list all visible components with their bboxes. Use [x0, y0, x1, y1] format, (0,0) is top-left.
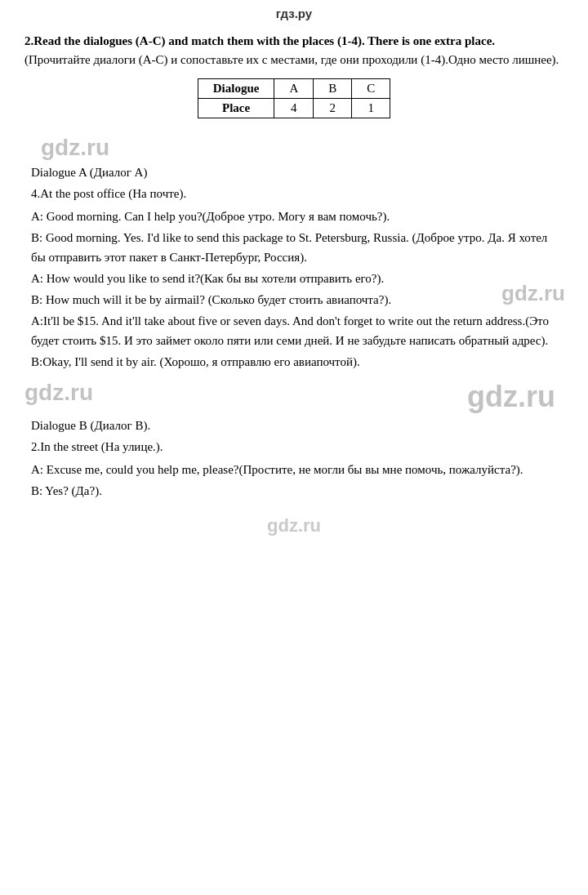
- task-instruction: 2.Read the dialogues (A-C) and match the…: [24, 32, 564, 69]
- dialogue-a-place: 4.At the post office (На почте).: [31, 184, 557, 203]
- table-value-c: 1: [352, 99, 390, 118]
- dialogue-b-line-0: A: Excuse me, could you help me, please?…: [31, 460, 557, 479]
- dialogue-b-title: Dialogue B (Диалог B).: [31, 416, 557, 435]
- answer-table-wrapper: Dialogue A B C Place 4 2 1: [24, 78, 564, 118]
- watermark-row: gdz.ru gdz.ru: [24, 380, 564, 414]
- watermark-mid1: gdz.ru: [24, 131, 564, 163]
- dialogue-b-block: Dialogue B (Диалог B). 2.In the street (…: [24, 416, 564, 501]
- dialogue-a-line-1: B: Good morning. Yes. I'd like to send t…: [31, 228, 557, 267]
- table-value-a: 4: [274, 99, 314, 118]
- dialogue-a-line-3: B: How much will it be by airmail? (Скол…: [31, 290, 557, 309]
- dialogue-b-place: 2.In the street (На улице.).: [31, 437, 557, 456]
- watermark-mid2: gdz.ru: [501, 281, 565, 305]
- dialogue-a-line-0: A: Good morning. Can I help you?(Доброе …: [31, 207, 557, 226]
- table-header-c: C: [352, 79, 390, 99]
- dialogue-a-title: Dialogue A (Диалог A): [31, 163, 557, 182]
- watermark-footer: gdz.ru: [24, 515, 564, 545]
- dialogue-b-line-1: B: Yes? (Да?).: [31, 481, 557, 501]
- table-row-label: Place: [198, 99, 274, 118]
- task-text-ru: (Прочитайте диалоги (А-С) и сопоставьте …: [24, 53, 559, 66]
- task-text-en: Read the dialogues (A-C) and match them …: [33, 34, 495, 47]
- table-header-b: B: [314, 79, 352, 99]
- dialogue-a-line-5: B:Okay, I'll send it by air. (Хорошо, я …: [31, 352, 360, 372]
- dialogue-a-block: Dialogue A (Диалог A) 4.At the post offi…: [24, 163, 564, 373]
- table-header-dialogue: Dialogue: [198, 79, 274, 99]
- table-value-b: 2: [314, 99, 352, 118]
- table-header-a: A: [274, 79, 314, 99]
- task-number: 2.: [24, 34, 33, 47]
- watermark-mid4: gdz.ru: [467, 380, 555, 414]
- watermark-top: гдз.ру: [0, 0, 588, 24]
- answer-table: Dialogue A B C Place 4 2 1: [198, 78, 391, 118]
- dialogue-a-line-4: A:It'll be $15. And it'll take about fiv…: [31, 311, 557, 350]
- watermark-mid3: gdz.ru: [24, 380, 93, 406]
- dialogue-a-line-2: A: How would you like to send it?(Как бы…: [31, 269, 557, 288]
